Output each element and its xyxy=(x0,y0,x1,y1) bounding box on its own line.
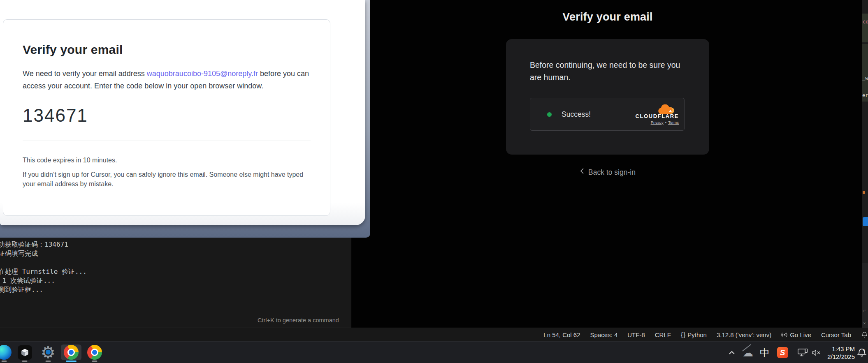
email-client-window: Verify your email We need to verify your… xyxy=(0,0,370,238)
email-title: Verify your email xyxy=(23,43,330,57)
taskbar-edge-icon[interactable] xyxy=(0,345,12,360)
success-indicator-dot xyxy=(547,112,552,117)
chevron-left-icon xyxy=(580,168,584,174)
email-body-text: We need to verify your email address waq… xyxy=(23,67,316,92)
taskbar-cursor-app-icon[interactable] xyxy=(17,345,32,360)
tray-ime-mode-icon[interactable]: 中 xyxy=(757,342,772,363)
links-separator: • xyxy=(665,120,666,125)
statusbar-eol[interactable]: CRLF xyxy=(655,331,671,338)
close-icon[interactable]: × xyxy=(863,321,866,326)
terminal-line xyxy=(0,258,351,267)
speaker-muted-icon xyxy=(812,349,822,356)
verification-code: 134671 xyxy=(23,105,330,126)
email-divider xyxy=(23,141,311,141)
terminal-ctrlk-hint: Ctrl+K to generate a command xyxy=(258,317,339,324)
tray-focus-assist-icon[interactable]: z xyxy=(856,342,868,363)
cloudflare-wordmark: CLOUDFLARE xyxy=(635,113,679,119)
running-indicator xyxy=(46,361,51,362)
notifications-bell-icon[interactable] xyxy=(861,331,868,338)
email-content-area: Verify your email We need to verify your… xyxy=(0,0,365,225)
tray-onedrive-icon[interactable]: ☁ xyxy=(740,342,755,363)
terminal-line: 功获取验证码：134671 xyxy=(0,240,351,249)
clock-time: 1:43 PM xyxy=(832,345,855,353)
editor-chat-panel-edge: ↵ × xyxy=(862,263,868,328)
email-ignore-note: If you didn’t sign up for Cursor, you ca… xyxy=(23,170,306,189)
statusbar-cursor-position[interactable]: Ln 54, Col 62 xyxy=(543,331,580,338)
cursor-verification-page: Verify your email Before continuing, we … xyxy=(370,0,862,328)
terminal-panel[interactable]: 功获取验证码：134671 证码填写完成 在处理 Turnstile 验证...… xyxy=(0,238,351,328)
terminal-line: 测到验证框... xyxy=(0,285,351,294)
verification-email-card: Verify your email We need to verify your… xyxy=(3,19,330,216)
chrome-logo xyxy=(64,345,79,360)
chrome-logo xyxy=(87,345,102,360)
statusbar-go-live[interactable]: Go Live xyxy=(781,331,811,338)
editor-code-fragment: _w xyxy=(862,75,868,81)
editor-code-fragment: co xyxy=(862,14,868,42)
turnstile-status-label: Success! xyxy=(562,110,591,119)
tray-volume-muted-icon[interactable] xyxy=(809,342,824,363)
email-body-before-link: We need to verify your email address xyxy=(23,69,147,78)
human-check-prompt: Before continuing, we need to be sure yo… xyxy=(506,39,709,83)
taskbar-settings-icon[interactable]: ⚙ xyxy=(40,345,56,360)
back-link-label: Back to sign-in xyxy=(588,168,636,176)
statusbar-python-interpreter[interactable]: 3.12.8 ('venv': venv) xyxy=(717,331,771,338)
desktop-screen: Verify your email We need to verify your… xyxy=(0,0,868,363)
editor-orange-fragment xyxy=(863,191,865,194)
statusbar-encoding[interactable]: UTF-8 xyxy=(627,331,645,338)
braces-icon: { } xyxy=(681,331,685,338)
human-check-card: Before continuing, we need to be sure yo… xyxy=(506,39,709,155)
running-indicator xyxy=(2,361,7,362)
active-window-indicator xyxy=(66,361,77,362)
monitor-icon xyxy=(798,349,808,356)
taskbar-clock[interactable]: 1:43 PM 2/12/2025 xyxy=(827,342,855,363)
editor-highlight-block: _w er xyxy=(862,44,868,102)
privacy-link[interactable]: Privacy xyxy=(651,120,664,125)
cloudflare-brand-block: CLOUDFLARE Privacy • Terms xyxy=(635,104,679,125)
terminal-line: 证码填写完成 xyxy=(0,249,351,258)
enter-key-icon: ↵ xyxy=(863,308,866,313)
taskbar-chrome-icon-active[interactable] xyxy=(61,345,81,360)
email-address-link[interactable]: waquobraucoibo-9105@noreply.fr xyxy=(147,69,258,78)
terminal-line: 1 次尝试验证... xyxy=(0,276,351,285)
cursor-logo xyxy=(18,345,32,360)
taskbar-chrome-icon-secondary[interactable] xyxy=(87,345,102,360)
cloudflare-turnstile-widget: Success! CLOUDFLARE Privacy • Terms xyxy=(530,98,685,131)
statusbar-language[interactable]: { } Python xyxy=(681,331,707,338)
statusbar-go-live-label: Go Live xyxy=(790,331,811,338)
terminal-line: 在处理 Turnstile 验证... xyxy=(0,267,351,276)
windows-taskbar: ⚙ ☁ 中 S xyxy=(0,341,868,363)
turnstile-legal-links: Privacy • Terms xyxy=(651,120,679,125)
clock-date: 2/12/2025 xyxy=(827,353,855,361)
svg-text:z: z xyxy=(863,348,865,351)
edge-logo xyxy=(0,345,12,360)
tray-sogou-input-icon[interactable]: S xyxy=(775,342,790,363)
statusbar-indentation[interactable]: Spaces: 4 xyxy=(590,331,618,338)
background-editor-edge: co _w er ↵ × xyxy=(862,0,868,328)
statusbar-cursor-tab[interactable]: Cursor Tab xyxy=(821,331,851,338)
gear-center-dot xyxy=(46,350,51,355)
editor-statusbar: Ln 54, Col 62 Spaces: 4 UTF-8 CRLF { } P… xyxy=(0,328,868,341)
editor-blue-button-fragment[interactable] xyxy=(863,217,868,226)
terms-link[interactable]: Terms xyxy=(668,120,679,125)
cloud-offline-icon: ☁ xyxy=(743,347,753,359)
page-title: Verify your email xyxy=(506,11,709,23)
back-to-signin-link[interactable]: Back to sign-in xyxy=(506,168,709,177)
running-indicator xyxy=(22,361,28,362)
running-indicator xyxy=(92,361,97,362)
chinese-input-icon: 中 xyxy=(760,346,770,359)
tray-hidden-icons-chevron[interactable] xyxy=(725,342,739,363)
statusbar-language-label: Python xyxy=(687,331,707,338)
chevron-up-icon xyxy=(729,351,735,355)
terminal-output: 功获取验证码：134671 证码填写完成 在处理 Turnstile 验证...… xyxy=(0,238,351,294)
bell-sleep-icon: z xyxy=(856,347,867,358)
code-expiry-note: This code expires in 10 minutes. xyxy=(23,157,330,164)
editor-code-fragment: er xyxy=(862,92,868,98)
broadcast-icon xyxy=(781,332,787,338)
sogou-logo: S xyxy=(777,347,788,358)
